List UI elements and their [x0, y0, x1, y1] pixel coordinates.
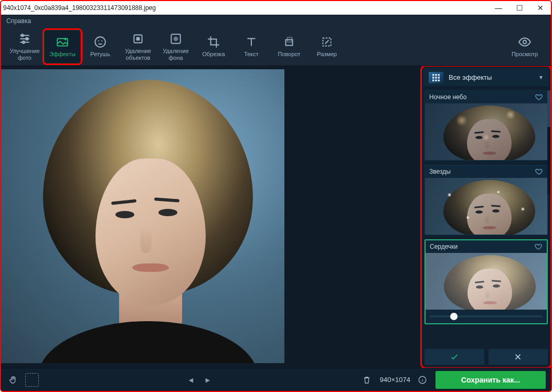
- photo-canvas: [1, 69, 284, 363]
- effect-actions: [423, 346, 549, 366]
- tool-preview-label: Просмотр: [512, 51, 538, 57]
- effect-item[interactable]: Звезды: [424, 165, 548, 235]
- menu-help[interactable]: Справка: [6, 17, 31, 25]
- close-button[interactable]: ✕: [535, 4, 546, 12]
- face-icon: [93, 35, 107, 49]
- svg-point-14: [523, 40, 527, 44]
- svg-rect-20: [438, 77, 440, 79]
- tool-effects-label: Эффекты: [49, 51, 76, 57]
- titlebar: 940x1074_0xc0a839a4_19800323311473091888…: [1, 1, 551, 15]
- prev-image-button[interactable]: ◄: [187, 376, 195, 384]
- svg-point-6: [101, 40, 102, 41]
- apply-button[interactable]: [424, 349, 484, 365]
- tool-remove-bg-label: Удаление фона: [163, 48, 189, 60]
- favorite-button[interactable]: [535, 167, 543, 176]
- svg-point-5: [98, 40, 99, 41]
- tool-enhance-label: Улучшение фото: [9, 48, 39, 60]
- resize-icon: [320, 35, 334, 49]
- image-dimensions: 940×1074: [380, 376, 410, 384]
- tool-remove-bg[interactable]: Удаление фона: [157, 30, 194, 63]
- svg-rect-15: [432, 74, 434, 76]
- maximize-button[interactable]: ☐: [514, 4, 525, 12]
- tool-preview[interactable]: Просмотр: [504, 30, 546, 63]
- menubar: Справка: [1, 15, 551, 27]
- toolbar: Улучшение фото Эффекты Ретушь Удаление о…: [1, 27, 551, 66]
- tool-retouch[interactable]: Ретушь: [82, 30, 119, 63]
- text-icon: [245, 35, 258, 49]
- svg-rect-22: [435, 79, 437, 81]
- hand-tool[interactable]: [6, 373, 20, 387]
- svg-rect-18: [432, 77, 434, 79]
- info-button[interactable]: [416, 373, 429, 387]
- tool-effects[interactable]: Эффекты: [44, 30, 81, 63]
- tool-enhance[interactable]: Улучшение фото: [6, 30, 43, 63]
- effect-thumbnail: [425, 103, 547, 160]
- tool-crop[interactable]: Обрезка: [195, 30, 232, 63]
- svg-rect-23: [438, 79, 440, 81]
- bottom-bar: ◄ ► 940×1074 Сохранить как...: [1, 368, 551, 391]
- app-window: 940x1074_0xc0a839a4_19800323311473091888…: [0, 0, 552, 392]
- cancel-button[interactable]: [489, 349, 548, 365]
- grid-icon: [429, 72, 443, 83]
- next-image-button[interactable]: ►: [204, 376, 211, 384]
- effect-thumbnail: [426, 253, 547, 310]
- eraser-icon: [131, 32, 145, 46]
- effects-panel: Все эффекты ▼ Ночное небо Звез: [421, 66, 551, 368]
- minimize-button[interactable]: —: [493, 4, 504, 12]
- svg-point-4: [95, 37, 105, 48]
- favorite-button[interactable]: [535, 93, 543, 101]
- tool-crop-label: Обрезка: [202, 51, 225, 57]
- window-controls: — ☐ ✕: [493, 4, 549, 12]
- tool-retouch-label: Ретушь: [90, 51, 110, 57]
- effect-thumbnail: [425, 178, 547, 235]
- canvas-area[interactable]: [1, 66, 421, 368]
- tool-text[interactable]: Текст: [233, 30, 270, 63]
- effect-item[interactable]: Сердечки: [424, 239, 548, 324]
- effect-name: Ночное небо: [429, 93, 466, 101]
- nav-arrows: ◄ ►: [45, 376, 354, 384]
- eye-icon: [518, 35, 532, 49]
- window-title: 940x1074_0xc0a839a4_19800323311473091888…: [3, 4, 493, 12]
- tool-resize[interactable]: Размер: [309, 30, 345, 63]
- svg-rect-17: [438, 74, 440, 76]
- workspace: Все эффекты ▼ Ночное небо Звез: [1, 66, 551, 368]
- effects-list[interactable]: Ночное небо Звезды: [423, 87, 549, 346]
- effects-category-dropdown[interactable]: Все эффекты ▼: [423, 68, 549, 87]
- svg-rect-19: [435, 77, 437, 79]
- effect-intensity-slider[interactable]: [426, 310, 547, 323]
- tool-remove-objects[interactable]: Удаление объектов: [120, 30, 156, 63]
- svg-rect-3: [57, 39, 68, 46]
- delete-button[interactable]: [360, 373, 374, 387]
- effect-name: Звезды: [429, 168, 451, 175]
- svg-point-10: [174, 37, 178, 41]
- svg-rect-16: [435, 74, 437, 76]
- tool-resize-label: Размер: [317, 51, 337, 57]
- dropdown-label: Все эффекты: [449, 73, 533, 81]
- save-as-button[interactable]: Сохранить как...: [436, 371, 546, 389]
- favorite-button[interactable]: [534, 242, 543, 251]
- effect-item[interactable]: Ночное небо: [424, 90, 548, 161]
- tool-rotate[interactable]: Поворот: [271, 30, 307, 63]
- marquee-tool[interactable]: [25, 373, 39, 387]
- svg-rect-8: [136, 37, 140, 41]
- rotate-icon: [282, 35, 296, 49]
- tool-remove-objects-label: Удаление объектов: [125, 48, 151, 60]
- svg-rect-21: [432, 79, 434, 81]
- crop-icon: [207, 35, 220, 49]
- effect-name: Сердечки: [430, 243, 458, 250]
- image-sparkle-icon: [56, 35, 69, 49]
- bg-remove-icon: [169, 32, 183, 46]
- chevron-down-icon: ▼: [538, 75, 544, 80]
- panel-scrollbar[interactable]: [547, 89, 550, 194]
- tool-rotate-label: Поворот: [278, 51, 301, 57]
- tool-text-label: Текст: [244, 51, 259, 57]
- sliders-icon: [18, 32, 31, 46]
